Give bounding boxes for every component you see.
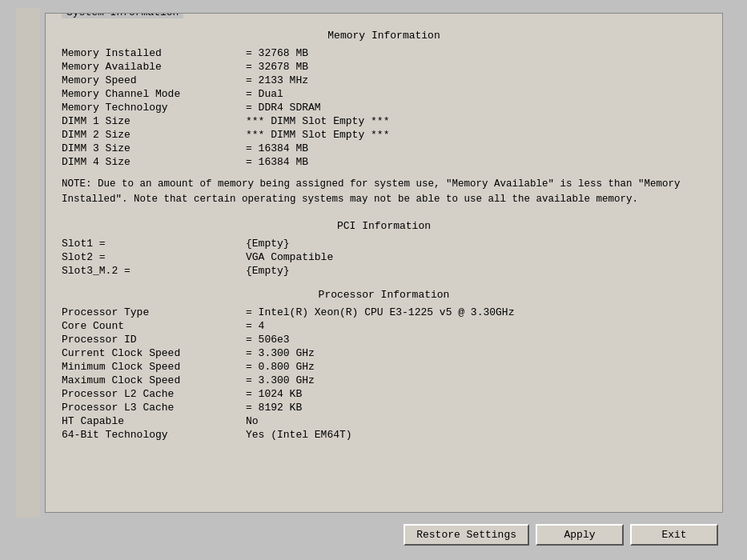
table-row: Memory Available= 32678 MB (62, 60, 706, 74)
row-label: Processor L3 Cache (62, 401, 238, 414)
row-label: Memory Technology (62, 101, 238, 114)
row-label: Maximum Clock Speed (62, 374, 238, 387)
row-label: HT Capable (62, 414, 238, 428)
table-row: Processor L2 Cache= 1024 KB (62, 387, 706, 401)
system-info-panel: System Information Memory Information Me… (45, 13, 723, 513)
table-row: Current Clock Speed= 3.300 GHz (62, 346, 706, 360)
row-value: {Empty} (238, 264, 706, 278)
table-row: DIMM 4 Size= 16384 MB (62, 155, 706, 169)
row-label: DIMM 4 Size (62, 155, 238, 169)
row-label: Processor ID (62, 333, 238, 346)
table-row: Memory Speed= 2133 MHz (62, 74, 706, 87)
row-value: = 16384 MB (238, 142, 706, 155)
table-row: Minimum Clock Speed= 0.800 GHz (62, 360, 706, 374)
table-row: Slot2 =VGA Compatible (62, 250, 706, 264)
memory-note: NOTE: Due to an amount of memory being a… (62, 177, 706, 207)
table-row: Processor L3 Cache= 8192 KB (62, 401, 706, 414)
apply-button[interactable]: Apply (536, 524, 624, 546)
memory-info-table: Memory Installed= 32768 MBMemory Availab… (62, 46, 706, 169)
row-label: Memory Available (62, 60, 238, 74)
row-value: = 32678 MB (238, 60, 706, 74)
table-row: 64-Bit TechnologyYes (Intel EM64T) (62, 428, 706, 442)
row-value: VGA Compatible (238, 250, 706, 264)
exit-button[interactable]: Exit (630, 524, 718, 546)
table-row: DIMM 1 Size*** DIMM Slot Empty *** (62, 114, 706, 128)
table-row: HT CapableNo (62, 414, 706, 428)
row-value: = 1024 KB (238, 387, 706, 401)
table-row: DIMM 3 Size= 16384 MB (62, 142, 706, 155)
row-value: = 3.300 GHz (238, 374, 706, 387)
table-row: Maximum Clock Speed= 3.300 GHz (62, 374, 706, 387)
pci-info-table: Slot1 ={Empty}Slot2 =VGA CompatibleSlot3… (62, 237, 706, 278)
table-row: Core Count= 4 (62, 319, 706, 333)
row-value: Yes (Intel EM64T) (238, 428, 706, 442)
row-label: Processor L2 Cache (62, 387, 238, 401)
row-label: Processor Type (62, 306, 238, 319)
panel-title: System Information (62, 13, 183, 18)
row-label: Slot2 = (62, 250, 238, 264)
row-value: {Empty} (238, 237, 706, 250)
table-row: Memory Technology= DDR4 SDRAM (62, 101, 706, 114)
row-value: *** DIMM Slot Empty *** (238, 128, 706, 142)
table-row: Processor Type= Intel(R) Xeon(R) CPU E3-… (62, 306, 706, 319)
row-value: = 32768 MB (238, 46, 706, 60)
row-label: Slot1 = (62, 237, 238, 250)
restore-settings-button[interactable]: Restore Settings (404, 524, 529, 546)
row-label: Memory Installed (62, 46, 238, 60)
row-value: = Intel(R) Xeon(R) CPU E3-1225 v5 @ 3.30… (238, 306, 706, 319)
bottom-bar: Restore Settings Apply Exit (16, 518, 731, 552)
row-value: = 4 (238, 319, 706, 333)
row-label: Slot3_M.2 = (62, 264, 238, 278)
memory-section-header: Memory Information (62, 30, 706, 42)
row-label: DIMM 1 Size (62, 114, 238, 128)
row-value: = Dual (238, 87, 706, 101)
row-value: = 8192 KB (238, 401, 706, 414)
table-row: Memory Installed= 32768 MB (62, 46, 706, 60)
processor-section-header: Processor Information (62, 289, 706, 301)
table-row: Memory Channel Mode= Dual (62, 87, 706, 101)
row-label: Core Count (62, 319, 238, 333)
processor-info-table: Processor Type= Intel(R) Xeon(R) CPU E3-… (62, 306, 706, 442)
row-label: 64-Bit Technology (62, 428, 238, 442)
row-label: Memory Channel Mode (62, 87, 238, 101)
row-value: = 16384 MB (238, 155, 706, 169)
row-label: Current Clock Speed (62, 346, 238, 360)
table-row: Slot1 ={Empty} (62, 237, 706, 250)
row-value: = 506e3 (238, 333, 706, 346)
row-value: *** DIMM Slot Empty *** (238, 114, 706, 128)
row-value: = 2133 MHz (238, 74, 706, 87)
row-label: DIMM 2 Size (62, 128, 238, 142)
row-value: = DDR4 SDRAM (238, 101, 706, 114)
row-label: Minimum Clock Speed (62, 360, 238, 374)
row-value: = 3.300 GHz (238, 346, 706, 360)
pci-section-header: PCI Information (62, 220, 706, 232)
row-value: = 0.800 GHz (238, 360, 706, 374)
table-row: Slot3_M.2 ={Empty} (62, 264, 706, 278)
table-row: DIMM 2 Size*** DIMM Slot Empty *** (62, 128, 706, 142)
row-value: No (238, 414, 706, 428)
row-label: Memory Speed (62, 74, 238, 87)
table-row: Processor ID= 506e3 (62, 333, 706, 346)
row-label: DIMM 3 Size (62, 142, 238, 155)
